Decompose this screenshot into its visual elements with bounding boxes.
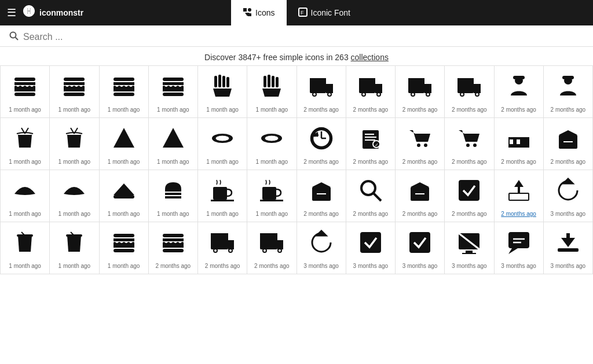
icon-image-r2-c2	[111, 178, 137, 207]
icon-image-r2-c7	[358, 178, 383, 207]
icon-image-r0-c7	[358, 73, 383, 103]
icon-label-r2-c0: 1 month ago	[9, 211, 41, 217]
icon-cell-r3-c4[interactable]: 2 months ago	[198, 222, 247, 274]
icon-label-r0-c2: 1 month ago	[108, 106, 140, 113]
icon-label-r3-c5: 2 months ago	[254, 263, 290, 269]
icon-cell-r2-c3[interactable]: 1 month ago	[149, 170, 198, 222]
icon-cell-r3-c6[interactable]: 3 months ago	[297, 222, 346, 274]
icon-cell-r0-c9[interactable]: 2 months ago	[445, 66, 494, 118]
icon-cell-r2-c7[interactable]: 2 months ago	[346, 170, 396, 222]
icon-cell-r2-c5[interactable]: 1 month ago	[247, 170, 296, 222]
icon-cell-r2-c8[interactable]: 2 months ago	[396, 170, 445, 222]
icon-cell-r1-c3[interactable]: 1 month ago	[149, 118, 198, 170]
icon-label-r3-c11: 3 months ago	[551, 263, 586, 269]
tab-icons[interactable]: Icons	[231, 0, 286, 25]
icon-image-r0-c2	[111, 73, 137, 103]
icon-cell-r1-c10[interactable]: 2 months ago	[495, 118, 544, 170]
icon-label-r1-c10: 2 months ago	[501, 159, 536, 165]
icon-image-r2-c3	[160, 178, 186, 207]
icon-label-r0-c1: 1 month ago	[58, 106, 91, 113]
icon-image-r1-c5	[259, 126, 284, 155]
icon-image-r0-c0	[12, 73, 38, 103]
icon-cell-r0-c3[interactable]: 1 month ago	[149, 66, 198, 118]
icon-label-r1-c11: 2 months ago	[551, 159, 586, 165]
top-navigation: ☰ iconmonstr Icons	[0, 0, 593, 25]
icon-label-r3-c3: 2 months ago	[156, 263, 191, 269]
icon-label-r2-c5: 1 month ago	[256, 211, 288, 217]
icon-cell-r2-c2[interactable]: 1 month ago	[100, 170, 149, 222]
icon-cell-r1-c9[interactable]: 2 months ago	[445, 118, 494, 170]
icon-cell-r1-c0[interactable]: 1 month ago	[1, 118, 50, 170]
collections-link[interactable]: collections	[351, 53, 389, 62]
icon-cell-r0-c8[interactable]: 2 months ago	[396, 66, 445, 118]
icon-cell-r3-c10[interactable]: 3 months ago	[495, 222, 544, 274]
icon-cell-r1-c1[interactable]: 1 month ago	[50, 118, 99, 170]
svg-rect-50	[408, 78, 424, 83]
icon-cell-r2-c9[interactable]: 2 months ago	[445, 170, 494, 222]
icon-cell-r0-c4[interactable]: 1 month ago	[198, 66, 247, 118]
icon-label-r2-c10[interactable]: 2 months ago	[501, 211, 536, 217]
svg-rect-134	[260, 237, 277, 249]
svg-rect-24	[163, 93, 184, 96]
svg-rect-127	[163, 249, 184, 252]
svg-rect-99	[211, 200, 234, 201]
icon-cell-r0-c0[interactable]: 1 month ago	[1, 66, 50, 118]
hamburger-menu-icon[interactable]: ☰	[7, 6, 16, 19]
icon-label-r0-c4: 1 month ago	[206, 106, 239, 113]
icon-label-r1-c5: 1 month ago	[256, 159, 288, 165]
icon-cell-r0-c2[interactable]: 1 month ago	[100, 66, 149, 118]
icon-cell-r0-c1[interactable]: 1 month ago	[50, 66, 99, 118]
icon-cell-r3-c2[interactable]: 1 month ago	[100, 222, 149, 274]
search-bar	[0, 25, 593, 47]
icon-cell-r3-c9[interactable]: 3 months ago	[445, 222, 494, 274]
icon-cell-r0-c10[interactable]: 2 months ago	[495, 66, 544, 118]
icon-cell-r1-c7[interactable]: ✓2 months ago	[346, 118, 396, 170]
icon-image-r1-c10	[506, 126, 532, 155]
icon-cell-r0-c7[interactable]: 2 months ago	[346, 66, 396, 118]
icon-cell-r0-c5[interactable]: 1 month ago	[247, 66, 296, 118]
icon-label-r3-c7: 3 months ago	[353, 263, 389, 269]
icon-cell-r3-c8[interactable]: 3 months ago	[396, 222, 445, 274]
icon-image-r2-c10	[506, 178, 532, 207]
icon-cell-r2-c6[interactable]: 2 months ago	[297, 170, 346, 222]
icon-cell-r1-c5[interactable]: 1 month ago	[247, 118, 296, 170]
icon-cell-r3-c0[interactable]: 1 month ago	[1, 222, 50, 274]
search-input[interactable]	[23, 32, 197, 42]
icon-cell-r1-c4[interactable]: 1 month ago	[198, 118, 247, 170]
logo[interactable]: iconmonstr	[22, 4, 83, 21]
svg-rect-13	[64, 78, 85, 81]
icon-grid: 1 month ago1 month ago1 month ago1 month…	[0, 66, 593, 274]
tab-iconic-font[interactable]: F Iconic Font	[287, 0, 362, 25]
icon-cell-r1-c6[interactable]: 242 months ago	[297, 118, 346, 170]
icon-label-r1-c3: 1 month ago	[157, 159, 189, 165]
icon-label-r0-c11: 2 months ago	[551, 106, 586, 113]
svg-rect-95	[114, 195, 134, 198]
icon-cell-r1-c2[interactable]: 1 month ago	[100, 118, 149, 170]
icon-cell-r3-c5[interactable]: 2 months ago	[247, 222, 296, 274]
icon-image-r0-c11	[555, 73, 581, 103]
svg-rect-31	[272, 76, 274, 87]
svg-rect-56	[457, 78, 474, 83]
tagline-text: Discover 3847+ free simple icons in 263 …	[204, 53, 389, 62]
icon-cell-r2-c0[interactable]: 1 month ago	[1, 170, 50, 222]
svg-rect-97	[165, 192, 181, 193]
icon-cell-r0-c11[interactable]: 2 months ago	[544, 66, 593, 118]
icon-cell-r3-c7[interactable]: 3 months ago	[346, 222, 396, 274]
svg-rect-21	[163, 78, 184, 81]
icon-cell-r2-c10[interactable]: 2 months ago	[495, 170, 544, 222]
icon-cell-r3-c3[interactable]: 2 months ago	[149, 222, 198, 274]
icon-image-r3-c2	[111, 230, 137, 259]
icon-cell-r3-c11[interactable]: 3 months ago	[544, 222, 593, 274]
icon-cell-r3-c1[interactable]: 1 month ago	[50, 222, 99, 274]
svg-rect-29	[263, 76, 266, 87]
svg-rect-120	[114, 234, 134, 237]
icon-label-r2-c11: 3 months ago	[551, 211, 586, 217]
icon-cell-r1-c8[interactable]: 2 months ago	[396, 118, 445, 170]
iconic-font-tab-icon: F	[298, 8, 308, 19]
icon-cell-r2-c4[interactable]: 1 month ago	[198, 170, 247, 222]
icon-cell-r1-c11[interactable]: 2 months ago	[544, 118, 593, 170]
svg-point-7	[10, 32, 16, 38]
icon-cell-r2-c1[interactable]: 1 month ago	[50, 170, 99, 222]
icon-cell-r0-c6[interactable]: 2 months ago	[297, 66, 346, 118]
icon-cell-r2-c11[interactable]: 3 months ago	[544, 170, 593, 222]
